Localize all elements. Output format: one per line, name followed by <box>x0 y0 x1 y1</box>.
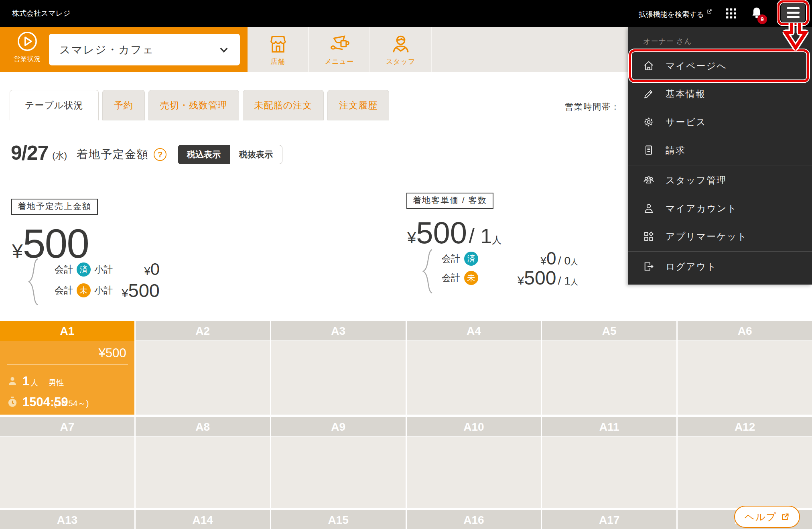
per-customer-block: 着地客単価 / 客数 ¥500 / 1人 会計 済 ¥0 / 0人 会計 未 ¥… <box>406 193 501 250</box>
table-label: A13 <box>0 510 134 529</box>
store-icon <box>267 33 289 57</box>
per-customer-value: ¥500 / 1人 <box>518 267 578 289</box>
clock-icon <box>7 397 18 408</box>
forecast-header: 9/27 (水) 着地予定金額 ? 税込表示 税抜表示 <box>11 141 282 165</box>
table-label: A5 <box>542 321 676 341</box>
table-cell[interactable]: A7 <box>0 417 134 508</box>
table-label: A8 <box>136 417 270 437</box>
user-dropdown-menu: オーナー さん マイページへ 基本情報 サービス 請求 スタッフ管理 マイアカウ… <box>628 27 812 285</box>
table-label: A16 <box>407 510 541 529</box>
table-cell[interactable]: A16 <box>407 510 541 529</box>
hamburger-menu-button[interactable] <box>781 3 805 23</box>
table-cell-occupied[interactable]: A1 ¥500 1 人 男性 1504:59 (16:54～) <box>0 321 134 415</box>
notification-bell-icon[interactable]: 9 <box>750 6 764 22</box>
header-nav-button[interactable]: スタッフ <box>370 27 432 72</box>
apps-grid-icon[interactable] <box>726 8 737 19</box>
tab-bar: テーブル状況 予約 売切・残数管理 未配膳の注文 注文履歴 <box>10 90 389 120</box>
home-icon <box>643 60 655 72</box>
subtotal-row: 会計 済 小計 ¥0 <box>55 259 160 280</box>
menu-item[interactable]: マイページへ <box>628 52 812 80</box>
menu-item-label: スタッフ管理 <box>666 174 727 187</box>
play-status-icon <box>16 30 39 53</box>
forecast-sales-block: 着地予定売上金額 ¥500 会計 済 小計 ¥0 会計 未 小計 ¥500 <box>11 199 98 267</box>
table-cell[interactable]: A14 <box>136 510 270 529</box>
table-cell[interactable]: A9 <box>271 417 406 508</box>
table-cell[interactable]: A5 <box>542 321 676 415</box>
date: 9/27 <box>11 141 48 165</box>
table-cell[interactable]: A4 <box>407 321 541 415</box>
external-link-icon <box>707 9 712 14</box>
menu-item[interactable]: ログアウト <box>628 252 812 281</box>
store-selector[interactable]: スマレジ・カフェ <box>49 34 240 65</box>
status-badge: 未 <box>464 271 478 285</box>
tax-display-toggle: 税込表示 税抜表示 <box>178 145 282 164</box>
menu-food-icon <box>329 33 350 57</box>
table-label: A6 <box>678 321 812 341</box>
invoice-icon <box>643 144 655 156</box>
tax-excluded-button[interactable]: 税抜表示 <box>230 145 282 164</box>
business-status-indicator[interactable]: 営業状況 <box>9 30 46 63</box>
tab[interactable]: 予約 <box>102 90 145 120</box>
table-elapsed-time: 1504:59 (16:54～) <box>7 395 128 409</box>
staff-manage-icon <box>643 174 655 186</box>
table-cell[interactable]: A17 <box>542 510 676 529</box>
table-cell[interactable]: A6 <box>678 321 812 415</box>
external-link-icon <box>781 513 790 521</box>
tab[interactable]: 注文履歴 <box>327 90 389 120</box>
header-nav-button[interactable]: メニュー <box>309 27 370 72</box>
store-selector-value: スマレジ・カフェ <box>59 43 218 57</box>
menu-divider <box>628 251 812 252</box>
table-cell[interactable]: A2 <box>136 321 270 415</box>
top-bar: 株式会社スマレジ 拡張機能を検索する 9 <box>0 0 812 27</box>
header-nav-label: 店舗 <box>271 57 285 66</box>
subtotal-value: ¥0 <box>144 260 160 279</box>
menu-item[interactable]: サービス <box>628 108 812 136</box>
menu-item-label: マイアカウント <box>666 202 737 215</box>
brace-decoration <box>27 258 41 305</box>
tab[interactable]: テーブル状況 <box>10 90 99 120</box>
table-cell[interactable]: A13 <box>0 510 134 529</box>
header-nav-button[interactable]: 店舗 <box>248 27 309 72</box>
help-question-icon[interactable]: ? <box>154 148 166 161</box>
menu-item[interactable]: スタッフ管理 <box>628 166 812 194</box>
subtotal-row: 会計 未 小計 ¥500 <box>55 280 160 301</box>
help-button[interactable]: ヘルプ <box>734 506 800 528</box>
brace-decoration <box>422 249 435 294</box>
table-cell[interactable]: A8 <box>136 417 270 508</box>
menu-item[interactable]: アプリマーケット <box>628 222 812 250</box>
menu-item[interactable]: マイアカウント <box>628 194 812 222</box>
staff-icon <box>390 33 412 57</box>
tax-included-button[interactable]: 税込表示 <box>178 145 230 164</box>
menu-item-label: ログアウト <box>666 260 717 273</box>
pencil-icon <box>643 88 655 100</box>
person-icon <box>7 376 18 387</box>
per-customer-label: 着地客単価 / 客数 <box>406 193 493 209</box>
table-cell[interactable]: A11 <box>542 417 676 508</box>
status-badge: 未 <box>77 283 91 297</box>
guest-gender: 男性 <box>49 378 64 388</box>
tab[interactable]: 未配膳の注文 <box>243 90 324 120</box>
extension-search-link[interactable]: 拡張機能を検索する <box>639 10 712 19</box>
table-cell[interactable]: A15 <box>271 510 406 529</box>
table-cell[interactable]: A10 <box>407 417 541 508</box>
table-cell[interactable]: A3 <box>271 321 406 415</box>
logout-icon <box>643 260 655 273</box>
menu-item-label: マイページへ <box>666 60 727 72</box>
menu-item-label: 基本情報 <box>666 88 706 100</box>
table-label: A3 <box>271 321 406 341</box>
tab[interactable]: 売切・残数管理 <box>148 90 239 120</box>
table-label: A2 <box>136 321 270 341</box>
header-nav-label: メニュー <box>325 57 354 66</box>
table-label: A7 <box>0 417 134 437</box>
table-label: A15 <box>271 510 406 529</box>
table-label: A17 <box>542 510 676 529</box>
table-label: A10 <box>407 417 541 437</box>
table-cell[interactable]: A12 <box>678 417 812 508</box>
menu-divider <box>628 165 812 165</box>
gear-icon <box>643 116 655 128</box>
subtotal-value: ¥500 <box>122 279 160 301</box>
business-status-label: 営業状況 <box>9 55 46 63</box>
menu-user-name: オーナー さん <box>628 33 812 52</box>
menu-item[interactable]: 基本情報 <box>628 80 812 108</box>
menu-item[interactable]: 請求 <box>628 136 812 164</box>
